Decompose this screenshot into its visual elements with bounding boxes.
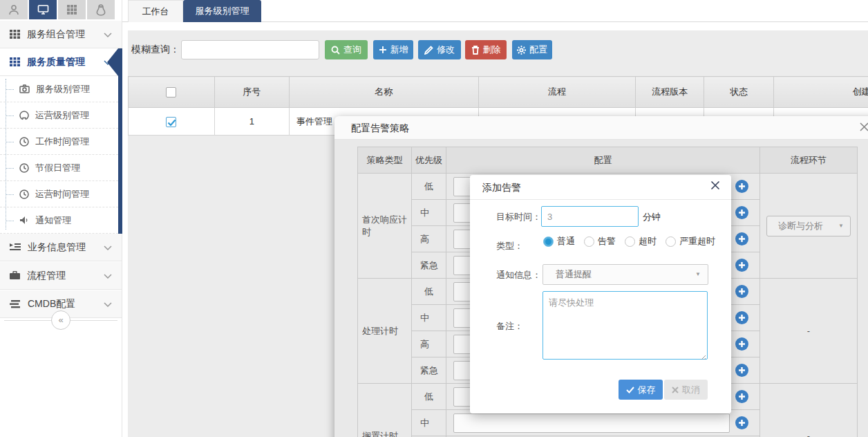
flow-step-cell: - — [760, 279, 858, 384]
sidebar-item-operation-time[interactable]: 运营时间管理 — [0, 181, 122, 207]
radio-alert[interactable]: 告警 — [584, 235, 616, 248]
add-alert-icon[interactable] — [735, 364, 748, 377]
sidebar-item-label: CMDB配置 — [28, 298, 75, 310]
check-icon — [626, 387, 634, 393]
remark-textarea[interactable]: 请尽快处理 — [542, 291, 708, 360]
sidebar-item-label: 运营级别管理 — [35, 109, 89, 122]
close-icon[interactable] — [860, 122, 868, 133]
priority-cell: 中 — [412, 410, 446, 436]
col-config: 配置 — [446, 147, 760, 174]
priority-cell: 紧急 — [412, 252, 446, 279]
sidebar-item-business-info[interactable]: 业务信息管理 — [0, 234, 122, 261]
sidebar-item-label: 流程管理 — [27, 270, 66, 282]
monitor-icon[interactable] — [29, 0, 57, 19]
sidebar-item-label: 服务质量管理 — [27, 56, 85, 68]
add-alert-icon[interactable] — [735, 285, 748, 298]
collapse-sidebar-button[interactable]: « — [51, 310, 70, 330]
dialog-title: 添加告警 — [482, 182, 521, 194]
check-icon — [167, 119, 176, 127]
tab-service-level[interactable]: 服务级别管理 — [183, 0, 261, 22]
penguin-icon[interactable] — [87, 0, 115, 19]
add-alert-icon[interactable] — [735, 206, 748, 219]
sidebar-item-operation-level[interactable]: 运营级别管理 — [0, 102, 122, 129]
type-label: 类型： — [496, 240, 523, 252]
add-button[interactable]: 新增 — [373, 40, 413, 59]
radio-severe-timeout[interactable]: 严重超时 — [666, 235, 715, 248]
modal-title: 配置告警策略 — [351, 122, 409, 135]
user-icon[interactable] — [0, 0, 28, 19]
alert-config-input[interactable] — [453, 413, 730, 433]
grid-icon — [10, 57, 20, 66]
query-button[interactable]: 查询 — [325, 40, 368, 59]
dropdown-arrow-icon: ▼ — [838, 216, 844, 236]
priority-cell: 高 — [412, 331, 446, 357]
notify-label: 通知信息： — [496, 269, 541, 281]
active-section-arrow — [107, 48, 118, 76]
close-icon[interactable] — [710, 180, 720, 192]
priority-cell: 低 — [412, 279, 446, 305]
chevron-down-icon — [104, 272, 112, 280]
notify-select[interactable]: 普通提醒 ▼ — [542, 264, 708, 285]
sidebar-item-service-portfolio[interactable]: 服务组合管理 — [0, 21, 122, 48]
apps-grid-icon[interactable] — [58, 0, 86, 19]
minutes-unit-label: 分钟 — [643, 211, 661, 223]
sidebar-item-holiday[interactable]: 节假日管理 — [0, 155, 122, 181]
sidebar-item-service-level[interactable]: 服务级别管理 — [0, 76, 122, 102]
add-alert-icon[interactable] — [735, 232, 748, 245]
col-header-process: 流程 — [478, 77, 636, 108]
clock-icon — [19, 137, 29, 147]
service-quality-submenu: 服务级别管理 运营级别管理 工作时间管理 — [0, 76, 122, 234]
module-icon-bar — [0, 0, 115, 19]
col-flow-step: 流程环节 — [760, 147, 858, 174]
sidebar: 服务组合管理 服务质量管理 服务级别管理 — [0, 0, 122, 437]
flow-step-cell: 诊断与分析▼ — [760, 174, 858, 279]
col-header-name: 名称 — [289, 77, 478, 108]
clock-icon — [19, 189, 29, 199]
flow-step-cell: - — [760, 384, 858, 437]
add-alert-icon[interactable] — [735, 337, 748, 351]
row-checkbox[interactable] — [166, 117, 176, 127]
briefcase-icon — [10, 271, 20, 280]
select-all-header — [129, 77, 215, 108]
dialog-header: 添加告警 — [470, 175, 731, 200]
dropdown-arrow-icon: ▼ — [695, 265, 701, 284]
radio-dot-icon — [543, 236, 554, 247]
priority-cell: 中 — [412, 305, 446, 331]
add-alert-icon[interactable] — [735, 180, 748, 193]
select-all-checkbox[interactable] — [166, 87, 176, 97]
radio-dot-icon — [666, 236, 676, 247]
flow-step-select[interactable]: 诊断与分析▼ — [766, 216, 851, 236]
sidebar-item-label: 服务组合管理 — [27, 28, 85, 41]
speaker-icon — [19, 216, 29, 225]
gear-icon — [517, 46, 526, 55]
sidebar-item-notification[interactable]: 通知管理 — [0, 207, 122, 234]
col-header-status: 状态 — [704, 77, 774, 108]
radio-normal[interactable]: 普通 — [543, 235, 575, 248]
delete-button[interactable]: 删除 — [465, 40, 507, 59]
sidebar-item-work-time[interactable]: 工作时间管理 — [0, 129, 122, 155]
add-alert-icon[interactable] — [735, 390, 748, 403]
strategy-header-row: 策略类型 优先级 配置 流程环节 — [358, 147, 858, 174]
add-alert-icon[interactable] — [735, 416, 748, 429]
fuzzy-search-input[interactable] — [181, 40, 319, 59]
toolbar: 模糊查询： 查询 新增 修改 删除 — [128, 40, 868, 59]
target-time-input[interactable] — [541, 206, 639, 227]
edit-button[interactable]: 修改 — [418, 40, 461, 59]
sidebar-item-label: 业务信息管理 — [28, 241, 86, 254]
configure-button[interactable]: 配置 — [512, 40, 552, 59]
add-alert-icon[interactable] — [735, 259, 748, 272]
tab-workbench[interactable]: 工作台 — [128, 0, 183, 22]
sidebar-item-process-management[interactable]: 流程管理 — [0, 262, 122, 290]
sidebar-item-label: 服务级别管理 — [36, 83, 90, 95]
ring-icon — [19, 111, 29, 120]
col-header-process-version: 流程版本 — [636, 77, 704, 108]
sidebar-item-service-quality[interactable]: 服务质量管理 — [0, 48, 122, 76]
radio-timeout[interactable]: 超时 — [625, 235, 657, 248]
add-alert-dialog: 添加告警 目标时间： 分钟 类型： 普通 告警 超时 严重超时 通知信息： 普通… — [470, 175, 731, 413]
cancel-button[interactable]: 取消 — [664, 380, 708, 400]
col-priority: 优先级 — [412, 147, 446, 174]
chevron-down-icon — [104, 243, 112, 252]
add-alert-icon[interactable] — [735, 311, 748, 324]
save-button[interactable]: 保存 — [619, 380, 663, 400]
col-strategy-type: 策略类型 — [358, 147, 412, 174]
